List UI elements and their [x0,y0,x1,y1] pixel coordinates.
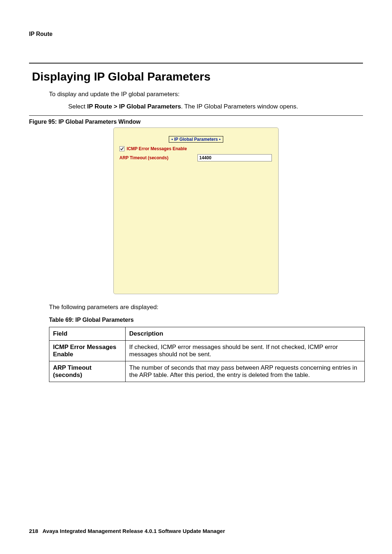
divider-top [29,63,363,63]
step-menu-path: IP Route > IP Global Parameters [87,103,181,110]
panel-title: • IP Global Parameters • [169,136,223,143]
figure-caption: Figure 95: IP Global Parameters Window [29,119,363,125]
cell-description: The number of seconds that may pass betw… [126,361,365,382]
breadcrumb: IP Route [29,31,363,37]
icmp-label: ICMP Error Messages Enable [127,146,187,151]
intro-text: To display and update the IP global para… [49,91,363,98]
followup-text: The following parameters are displayed: [49,304,363,311]
table-caption: Table 69: IP Global Parameters [49,317,363,323]
page-number: 218 [29,528,38,534]
header-description: Description [126,327,365,341]
page-footer: 218Avaya Integrated Management Release 4… [29,528,225,534]
checkmark-icon [120,147,124,151]
step-text: Select IP Route > IP Global Parameters. … [68,103,363,110]
cell-field: ARP Timeout (seconds) [49,361,126,382]
cell-field: ICMP Error Messages Enable [49,341,126,361]
arp-row: ARP Timeout (seconds) 14400 [119,154,273,161]
step-prefix: Select [68,103,87,110]
header-field: Field [49,327,126,341]
arp-label: ARP Timeout (seconds) [119,155,197,160]
cell-description: If checked, ICMP error messages should b… [126,341,365,361]
table-row: ARP Timeout (seconds) The number of seco… [49,361,365,382]
icmp-checkbox[interactable] [119,146,124,151]
parameters-table: Field Description ICMP Error Messages En… [49,327,365,382]
panel-title-row: • IP Global Parameters • [119,136,273,143]
table-row: ICMP Error Messages Enable If checked, I… [49,341,365,361]
page-heading: Displaying IP Global Parameters [32,70,363,83]
icmp-row: ICMP Error Messages Enable [119,146,273,151]
step-suffix: . The IP Global Parameters window opens. [181,103,298,110]
divider-figure [29,115,363,116]
arp-timeout-input[interactable]: 14400 [197,154,272,161]
table-header-row: Field Description [49,327,365,341]
figure-container: • IP Global Parameters • ICMP Error Mess… [29,127,363,294]
doc-title: Avaya Integrated Management Release 4.0.… [42,528,225,534]
ip-global-parameters-panel: • IP Global Parameters • ICMP Error Mess… [113,127,279,294]
